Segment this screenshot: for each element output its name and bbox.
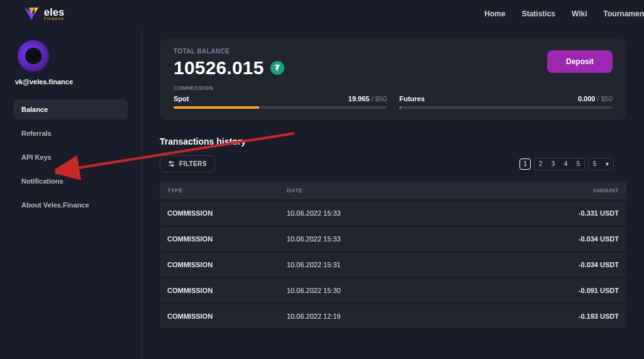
col-header-date: DATE bbox=[279, 182, 436, 199]
tether-icon: ₮ bbox=[270, 61, 284, 75]
cell-date: 10.06.2022 15:33 bbox=[279, 201, 436, 225]
cell-type: COMMISSION bbox=[160, 304, 279, 328]
sidebar: vk@veles.finance Balance Referrals API K… bbox=[0, 28, 142, 359]
page-4[interactable]: 4 bbox=[560, 159, 571, 169]
cell-date: 10.06.2022 12:19 bbox=[279, 304, 436, 328]
transactions-table: TYPE DATE AMOUNT COMMISSION 10.06.2022 1… bbox=[160, 180, 626, 330]
commission-futures-max: / $50 bbox=[597, 95, 613, 102]
balance-card: TOTAL BALANCE 10526.015 ₮ Deposit COMMIS… bbox=[160, 39, 626, 120]
nav-statistics[interactable]: Statistics bbox=[522, 9, 555, 18]
cell-amount: -0.331 USDT bbox=[436, 201, 626, 225]
sliders-icon bbox=[168, 160, 175, 167]
logo[interactable]: eles Finance bbox=[23, 5, 64, 23]
cell-amount: -0.193 USDT bbox=[436, 304, 626, 328]
col-header-type: TYPE bbox=[160, 182, 279, 199]
side-menu: Balance Referrals API Keys Notifications… bbox=[14, 99, 128, 219]
table-row: COMMISSION 10.06.2022 15:33 -0.034 USDT bbox=[160, 227, 626, 251]
table-row: COMMISSION 10.06.2022 12:19 -0.193 USDT bbox=[160, 304, 626, 328]
cell-amount: -0.091 USDT bbox=[436, 279, 626, 302]
sidebar-item-about[interactable]: About Veles.Finance bbox=[14, 195, 128, 215]
cell-type: COMMISSION bbox=[160, 201, 279, 225]
cell-date: 10.06.2022 15:33 bbox=[279, 227, 436, 251]
filters-button[interactable]: FILTERS bbox=[160, 155, 215, 172]
page-1[interactable]: 1 bbox=[519, 158, 531, 170]
cell-type: COMMISSION bbox=[160, 227, 279, 251]
page-2[interactable]: 2 bbox=[535, 159, 546, 169]
deposit-button[interactable]: Deposit bbox=[547, 50, 613, 73]
sidebar-item-notifications[interactable]: Notifications bbox=[14, 171, 128, 191]
cell-type: COMMISSION bbox=[160, 253, 279, 277]
sidebar-item-api-keys[interactable]: API Keys bbox=[14, 147, 128, 167]
logo-icon bbox=[23, 5, 40, 23]
cell-date: 10.06.2022 15:31 bbox=[279, 253, 436, 277]
nav-home[interactable]: Home bbox=[484, 9, 505, 18]
chevron-down-icon: ▾ bbox=[606, 160, 609, 167]
balance-label: TOTAL BALANCE bbox=[174, 48, 284, 55]
commission-label: COMMISSION bbox=[174, 85, 613, 91]
commission-spot-value: 19.965 bbox=[348, 95, 370, 102]
nav-wiki[interactable]: Wiki bbox=[572, 9, 587, 18]
table-row: COMMISSION 10.06.2022 15:30 -0.091 USDT bbox=[160, 279, 626, 302]
pagination: 1 2 3 4 5 5 ▾ bbox=[519, 158, 614, 170]
filters-label: FILTERS bbox=[179, 160, 207, 167]
cell-amount: -0.034 USDT bbox=[436, 227, 626, 251]
balance-value: 10526.015 bbox=[174, 57, 264, 79]
table-row: COMMISSION 10.06.2022 15:33 -0.331 USDT bbox=[160, 201, 626, 225]
commission-futures-value: 0.000 bbox=[578, 95, 596, 102]
user-email: vk@veles.finance bbox=[15, 78, 73, 86]
cell-amount: -0.034 USDT bbox=[436, 253, 626, 277]
transactions-title: Transactions history bbox=[160, 136, 626, 146]
brand-sub: Finance bbox=[44, 16, 64, 21]
main-content: TOTAL BALANCE 10526.015 ₮ Deposit COMMIS… bbox=[142, 28, 644, 359]
top-header: eles Finance Home Statistics Wiki Tourna… bbox=[0, 0, 644, 28]
page-dropdown[interactable]: ▾ bbox=[602, 159, 613, 169]
table-header-row: TYPE DATE AMOUNT bbox=[160, 182, 626, 199]
page-5[interactable]: 5 bbox=[573, 159, 584, 169]
col-header-amount: AMOUNT bbox=[436, 182, 626, 199]
commission-futures-name: Futures bbox=[399, 95, 425, 102]
sidebar-item-balance[interactable]: Balance bbox=[14, 99, 128, 119]
cell-date: 10.06.2022 15:30 bbox=[279, 279, 436, 302]
avatar[interactable] bbox=[18, 40, 49, 72]
sidebar-item-referrals[interactable]: Referrals bbox=[14, 123, 128, 143]
cell-type: COMMISSION bbox=[160, 279, 279, 302]
page-3[interactable]: 3 bbox=[548, 159, 558, 169]
commission-spot: Spot 19.965 / $50 bbox=[174, 95, 387, 109]
commission-spot-max: / $50 bbox=[372, 95, 387, 102]
page-more[interactable]: 5 bbox=[589, 159, 600, 169]
top-nav: Home Statistics Wiki Tournamen bbox=[484, 9, 644, 18]
commission-futures: Futures 0.000 / $50 bbox=[399, 95, 613, 109]
table-row: COMMISSION 10.06.2022 15:31 -0.034 USDT bbox=[160, 253, 626, 277]
commission-spot-name: Spot bbox=[174, 95, 189, 102]
nav-tournament[interactable]: Tournamen bbox=[604, 9, 644, 18]
